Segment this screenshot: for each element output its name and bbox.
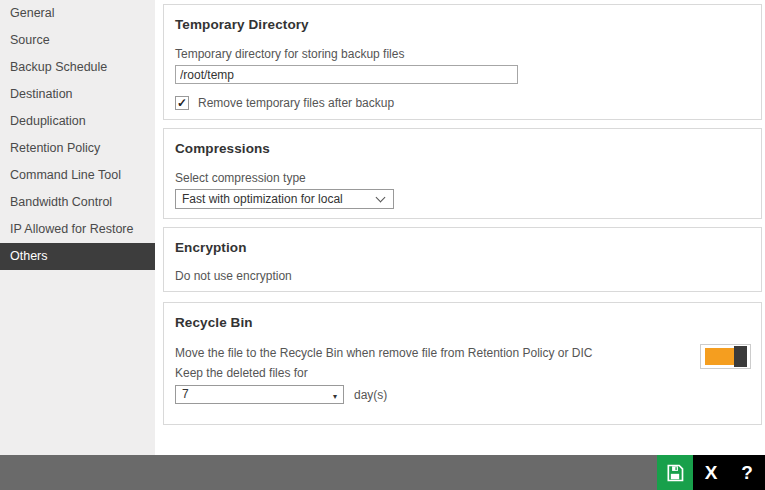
sidebar-item-destination[interactable]: Destination	[0, 81, 155, 108]
section-recycle-bin: Recycle Bin Move the file to the Recycle…	[163, 302, 762, 425]
toggle-on-fill	[705, 348, 735, 365]
remove-temp-files-checkbox-row[interactable]: ✓ Remove temporary files after backup	[175, 96, 750, 110]
sidebar-item-bandwidth-control[interactable]: Bandwidth Control	[0, 189, 155, 216]
section-title: Recycle Bin	[175, 313, 750, 330]
keep-days-unit: day(s)	[354, 388, 387, 402]
sidebar-item-others[interactable]: Others	[0, 243, 155, 270]
close-button[interactable]: X	[693, 455, 729, 490]
footer-icon-group: X ?	[693, 455, 765, 490]
section-encryption: Encryption Do not use encryption	[163, 227, 762, 292]
section-title: Encryption	[175, 238, 750, 255]
keep-deleted-files-label: Keep the deleted files for	[175, 366, 750, 380]
settings-content: Temporary Directory Temporary directory …	[155, 0, 765, 455]
compression-type-value: Fast with optimization for local	[182, 192, 343, 206]
toggle-knob	[734, 346, 747, 367]
chevron-down-icon	[376, 193, 386, 203]
sidebar-item-general[interactable]: General	[0, 0, 155, 27]
sidebar-item-backup-schedule[interactable]: Backup Schedule	[0, 54, 155, 81]
section-title: Compressions	[175, 139, 750, 156]
help-button[interactable]: ?	[729, 455, 765, 490]
recycle-bin-toggle[interactable]	[700, 344, 751, 369]
section-temporary-directory: Temporary Directory Temporary directory …	[163, 4, 762, 120]
section-compressions: Compressions Select compression type Fas…	[163, 128, 762, 219]
sidebar-item-retention-policy[interactable]: Retention Policy	[0, 135, 155, 162]
keep-days-value: 7	[182, 387, 189, 401]
sidebar-item-command-line-tool[interactable]: Command Line Tool	[0, 162, 155, 189]
compression-type-select[interactable]: Fast with optimization for local	[175, 189, 394, 209]
keep-days-select[interactable]: 7 ▾	[175, 385, 344, 404]
recycle-bin-toggle-label: Move the file to the Recycle Bin when re…	[175, 346, 720, 360]
temp-directory-label: Temporary directory for storing backup f…	[175, 47, 750, 61]
keep-deleted-files-row: 7 ▾ day(s)	[175, 385, 750, 404]
settings-sidebar: General Source Backup Schedule Destinati…	[0, 0, 155, 455]
section-title: Temporary Directory	[175, 15, 750, 32]
footer-bar: X ?	[0, 455, 765, 490]
floppy-disk-icon	[665, 463, 685, 483]
remove-temp-files-label: Remove temporary files after backup	[198, 96, 394, 110]
temp-directory-input[interactable]	[175, 65, 518, 84]
caret-down-icon: ▾	[333, 388, 337, 405]
sidebar-item-ip-allowed-for-restore[interactable]: IP Allowed for Restore	[0, 216, 155, 243]
sidebar-item-deduplication[interactable]: Deduplication	[0, 108, 155, 135]
encryption-status-text: Do not use encryption	[175, 269, 750, 283]
checkbox-checked-icon[interactable]: ✓	[175, 96, 189, 110]
settings-window: General Source Backup Schedule Destinati…	[0, 0, 765, 490]
compression-type-label: Select compression type	[175, 171, 750, 185]
save-button[interactable]	[657, 455, 693, 490]
check-icon: ✓	[177, 97, 187, 109]
sidebar-item-source[interactable]: Source	[0, 27, 155, 54]
